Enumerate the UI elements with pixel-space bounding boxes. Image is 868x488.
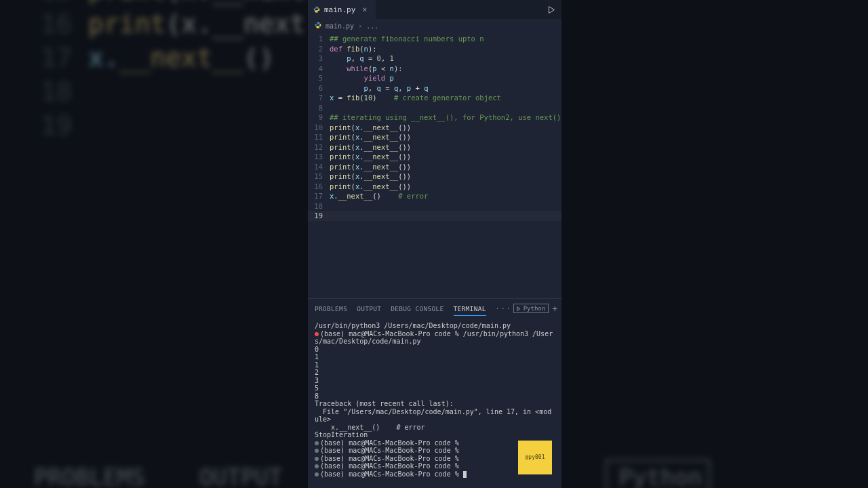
tab-filename: main.py xyxy=(324,5,355,14)
terminal-line: 8 xyxy=(315,392,555,401)
error-dot-icon xyxy=(315,332,319,336)
panel-overflow-icon[interactable]: ··· xyxy=(496,305,512,312)
line-number: 10 xyxy=(308,123,330,133)
code-source[interactable]: while(p < n): xyxy=(330,64,403,74)
tab-problems[interactable]: PROBLEMS xyxy=(315,305,347,312)
terminal-line: 1 xyxy=(315,361,555,369)
prompt-dot-icon xyxy=(315,441,319,445)
terminal-profile-python[interactable]: Python xyxy=(513,304,549,313)
file-tab[interactable]: main.py × xyxy=(308,0,376,19)
code-source[interactable]: x = fib(10) # create generator object xyxy=(330,93,501,103)
tab-output[interactable]: OUTPUT xyxy=(357,305,381,312)
terminal-line: File "/Users/mac/Desktop/code/main.py", … xyxy=(315,408,555,424)
terminal-line: 0 xyxy=(315,346,555,354)
python-file-icon xyxy=(315,22,321,30)
code-source[interactable]: p, q = q, p + q xyxy=(330,83,429,94)
code-line[interactable]: 17x.__next__() # error xyxy=(308,191,561,201)
code-line[interactable]: 6 p, q = q, p + q xyxy=(308,83,561,94)
terminal-line: 3 xyxy=(315,377,555,385)
terminal-line: Traceback (most recent call last): xyxy=(315,400,555,408)
code-source[interactable]: def fib(n): xyxy=(330,44,377,54)
code-line[interactable]: 15print(x.__next__()) xyxy=(308,171,561,182)
code-source[interactable]: ## iterating using __next__(), for Pytho… xyxy=(330,113,561,123)
code-source[interactable]: print(x.__next__()) xyxy=(330,162,411,172)
line-number: 17 xyxy=(308,191,330,201)
line-number: 8 xyxy=(308,103,330,113)
line-number: 1 xyxy=(308,34,330,44)
code-source[interactable]: print(x.__next__()) xyxy=(330,171,411,182)
terminal-line: 2 xyxy=(315,369,555,377)
code-line[interactable]: 12print(x.__next__()) xyxy=(308,142,561,152)
line-number: 5 xyxy=(308,73,330,83)
prompt-dot-icon xyxy=(315,457,319,461)
code-line[interactable]: 16print(x.__next__()) xyxy=(308,182,561,192)
code-line[interactable]: 8 xyxy=(308,103,561,113)
tab-close-button[interactable]: × xyxy=(359,5,370,14)
code-line[interactable]: 5 yield p xyxy=(308,73,561,83)
panel-tab-bar: PROBLEMS OUTPUT DEBUG CONSOLE TERMINAL ·… xyxy=(308,299,561,318)
line-number: 11 xyxy=(308,132,330,142)
terminal-line: StopIteration xyxy=(315,431,555,439)
breadcrumb[interactable]: main.py › ... xyxy=(308,19,561,33)
terminal-output[interactable]: /usr/bin/python3 /Users/mac/Desktop/code… xyxy=(308,318,561,488)
breadcrumb-separator: › xyxy=(358,22,362,30)
code-line[interactable]: 11print(x.__next__()) xyxy=(308,132,561,142)
code-source[interactable]: print(x.__next__()) xyxy=(330,132,411,142)
line-number: 7 xyxy=(308,93,330,103)
line-number: 14 xyxy=(308,162,330,172)
code-source[interactable]: print(x.__next__()) xyxy=(330,142,411,152)
code-editor[interactable]: 1## generate fibonacci numbers upto n2de… xyxy=(308,33,561,298)
code-line[interactable]: 13print(x.__next__()) xyxy=(308,152,561,162)
code-source[interactable]: print(x.__next__()) xyxy=(330,152,411,162)
tab-terminal[interactable]: TERMINAL xyxy=(454,305,486,316)
terminal-line: /usr/bin/python3 /Users/mac/Desktop/code… xyxy=(315,322,555,330)
line-number: 6 xyxy=(308,83,330,94)
code-line[interactable]: 19 xyxy=(308,211,561,221)
editor-window: main.py × main.py › ... 1## generate fib… xyxy=(308,0,561,488)
new-terminal-button[interactable]: + xyxy=(552,304,557,314)
terminal-cursor xyxy=(463,471,467,478)
code-line[interactable]: 9## iterating using __next__(), for Pyth… xyxy=(308,113,561,123)
breadcrumb-rest: ... xyxy=(366,22,378,30)
line-number: 13 xyxy=(308,152,330,162)
line-number: 18 xyxy=(308,201,330,211)
code-line[interactable]: 14print(x.__next__()) xyxy=(308,162,561,172)
python-file-icon xyxy=(313,6,320,13)
code-line[interactable]: 3 p, q = 0, 1 xyxy=(308,54,561,64)
prompt-dot-icon xyxy=(315,449,319,453)
terminal-line: 1 xyxy=(315,353,555,361)
terminal-line: 5 xyxy=(315,384,555,392)
run-button[interactable] xyxy=(547,4,556,17)
line-number: 16 xyxy=(308,182,330,192)
line-number: 3 xyxy=(308,54,330,64)
line-number: 19 xyxy=(308,211,330,221)
code-line[interactable]: 2def fib(n): xyxy=(308,44,561,54)
line-number: 12 xyxy=(308,142,330,152)
code-source[interactable]: ## generate fibonacci numbers upto n xyxy=(330,34,484,44)
line-number: 2 xyxy=(308,44,330,54)
code-line[interactable]: 4 while(p < n): xyxy=(308,64,561,74)
code-source[interactable]: print(x.__next__()) xyxy=(330,123,411,133)
bottom-panel: PROBLEMS OUTPUT DEBUG CONSOLE TERMINAL ·… xyxy=(308,298,561,488)
line-number: 9 xyxy=(308,113,330,123)
code-source[interactable]: print(x.__next__()) xyxy=(330,182,411,192)
breadcrumb-filename: main.py xyxy=(326,22,354,30)
code-line[interactable]: 7x = fib(10) # create generator object xyxy=(308,93,561,103)
terminal-line: x.__next__() # error xyxy=(315,424,555,432)
code-line[interactable]: 1## generate fibonacci numbers upto n xyxy=(308,34,561,44)
line-number: 15 xyxy=(308,171,330,182)
code-source[interactable]: p, q = 0, 1 xyxy=(330,54,394,64)
code-line[interactable]: 10print(x.__next__()) xyxy=(308,123,561,133)
code-source[interactable]: x.__next__() # error xyxy=(330,191,428,201)
tab-debug-console[interactable]: DEBUG CONSOLE xyxy=(391,305,443,312)
line-number: 4 xyxy=(308,64,330,74)
watermark-badge: @py001 xyxy=(518,441,552,474)
terminal-line: (base) mac@MACs-MacBook-Pro code % /usr/… xyxy=(315,330,555,346)
tab-bar: main.py × xyxy=(308,0,561,19)
prompt-dot-icon xyxy=(315,464,319,468)
code-source[interactable]: yield p xyxy=(330,73,394,83)
code-line[interactable]: 18 xyxy=(308,201,561,211)
prompt-dot-icon xyxy=(315,472,319,476)
